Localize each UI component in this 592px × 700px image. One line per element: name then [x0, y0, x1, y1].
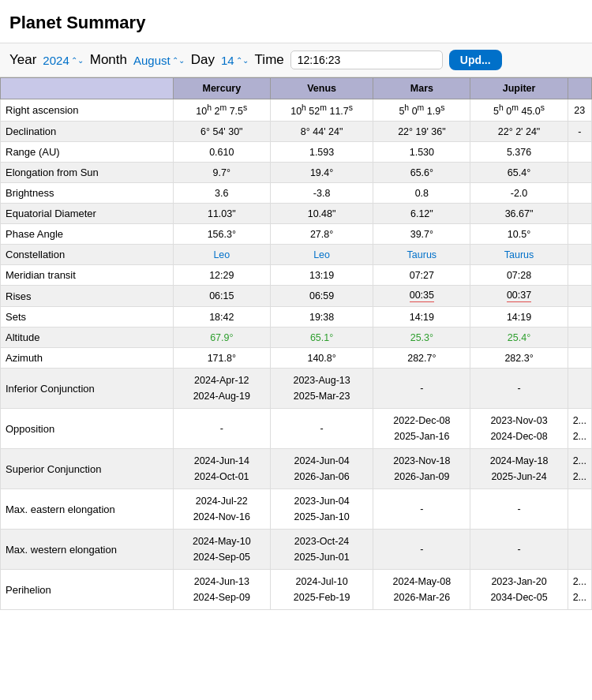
row-label: Meridian transit — [1, 265, 174, 286]
cell-jupiter: 2023-Nov-032024-Dec-08 — [470, 409, 568, 449]
cell-venus: -3.8 — [270, 183, 373, 204]
table-row: Inferior Conjunction 2024-Apr-122024-Aug… — [1, 369, 592, 409]
cell-venus: 13:19 — [270, 265, 373, 286]
month-value: August — [133, 54, 170, 67]
update-button[interactable]: Upd... — [449, 50, 502, 70]
cell-venus: 2023-Aug-132025-Mar-23 — [270, 369, 373, 409]
row-label: Max. western elongation — [1, 530, 174, 570]
cell-jupiter: 10.5° — [470, 224, 568, 245]
cell-mars: 65.6° — [373, 163, 470, 183]
cell-mars: - — [373, 369, 470, 409]
cell-mars: 5h 0m 1.9s — [373, 99, 470, 122]
row-label: Inferior Conjunction — [1, 369, 174, 409]
cell-venus: 19:38 — [270, 307, 373, 328]
cell-mercury: 9.7° — [173, 163, 270, 183]
table-row: Azimuth 171.8° 140.8° 282.7° 282.3° — [1, 348, 592, 369]
cell-mercury: 11.03" — [173, 204, 270, 224]
controls-bar: Year 2024 ⌃⌄ Month August ⌃⌄ Day 14 ⌃⌄ T… — [0, 43, 592, 77]
cell-venus: 10.48" — [270, 204, 373, 224]
cell-venus: 06:59 — [270, 286, 373, 307]
cell-jupiter: 5h 0m 45.0s — [470, 99, 568, 122]
cell-extra — [568, 183, 591, 204]
month-label: Month — [90, 52, 127, 68]
cell-extra — [568, 224, 591, 245]
table-row: Superior Conjunction 2024-Jun-142024-Oct… — [1, 449, 592, 489]
cell-extra — [568, 142, 591, 163]
cell-extra — [568, 286, 591, 307]
cell-extra — [568, 489, 591, 530]
cell-venus: 65.1° — [270, 328, 373, 348]
cell-mars: 39.7° — [373, 224, 470, 245]
cell-mercury: 2024-Apr-122024-Aug-19 — [173, 369, 270, 409]
cell-mercury: 171.8° — [173, 348, 270, 369]
row-label: Declination — [1, 122, 174, 142]
cell-venus: - — [270, 409, 373, 449]
table-row: Altitude 67.9° 65.1° 25.3° 25.4° — [1, 328, 592, 348]
cell-jupiter: - — [470, 369, 568, 409]
day-label: Day — [191, 52, 215, 68]
cell-extra: 2...2... — [568, 449, 591, 489]
cell-mercury: 3.6 — [173, 183, 270, 204]
cell-venus: Leo — [270, 245, 373, 265]
cell-venus: 2023-Jun-042025-Jan-10 — [270, 489, 373, 530]
table-row: Constellation Leo Leo Taurus Taurus — [1, 245, 592, 265]
cell-mercury: 2024-Jul-222024-Nov-16 — [173, 489, 270, 530]
page-title: Planet Summary — [0, 13, 592, 43]
table-row: Meridian transit 12:29 13:19 07:27 07:28 — [1, 265, 592, 286]
cell-extra — [568, 307, 591, 328]
cell-mars: 2023-Nov-182026-Jan-09 — [373, 449, 470, 489]
cell-mars: 00:35 — [373, 286, 470, 307]
table-row: Phase Angle 156.3° 27.8° 39.7° 10.5° — [1, 224, 592, 245]
table-header-row: Mercury Venus Mars Jupiter — [1, 78, 592, 99]
col-header-jupiter: Jupiter — [470, 78, 568, 99]
day-select[interactable]: 14 ⌃⌄ — [221, 54, 249, 67]
row-label: Range (AU) — [1, 142, 174, 163]
month-chevron-icon: ⌃⌄ — [172, 56, 185, 65]
row-label: Elongation from Sun — [1, 163, 174, 183]
cell-jupiter: 14:19 — [470, 307, 568, 328]
table-row: Max. eastern elongation 2024-Jul-222024-… — [1, 489, 592, 530]
cell-venus: 27.8° — [270, 224, 373, 245]
table-row: Rises 06:15 06:59 00:35 00:37 — [1, 286, 592, 307]
year-select[interactable]: 2024 ⌃⌄ — [43, 54, 83, 67]
day-value: 14 — [221, 54, 234, 67]
cell-extra — [568, 265, 591, 286]
row-label: Opposition — [1, 409, 174, 449]
cell-jupiter: -2.0 — [470, 183, 568, 204]
cell-jupiter: 07:28 — [470, 265, 568, 286]
rises-jupiter-underline: 00:37 — [507, 290, 531, 302]
cell-mercury: 0.610 — [173, 142, 270, 163]
cell-extra: 23 — [568, 99, 591, 122]
cell-mercury: 2024-Jun-142024-Oct-01 — [173, 449, 270, 489]
cell-mars: - — [373, 530, 470, 570]
cell-mercury: - — [173, 409, 270, 449]
table-row: Sets 18:42 19:38 14:19 14:19 — [1, 307, 592, 328]
time-input[interactable] — [290, 51, 443, 69]
cell-mercury: 67.9° — [173, 328, 270, 348]
row-label: Azimuth — [1, 348, 174, 369]
table-row: Declination 6° 54' 30" 8° 44' 24" 22° 19… — [1, 122, 592, 142]
cell-jupiter: 25.4° — [470, 328, 568, 348]
cell-extra: - — [568, 122, 591, 142]
cell-jupiter: Taurus — [470, 245, 568, 265]
cell-venus: 140.8° — [270, 348, 373, 369]
month-select[interactable]: August ⌃⌄ — [133, 54, 185, 67]
cell-venus: 8° 44' 24" — [270, 122, 373, 142]
cell-jupiter: - — [470, 530, 568, 570]
cell-extra — [568, 163, 591, 183]
table-row: Opposition - - 2022-Dec-082025-Jan-16 20… — [1, 409, 592, 449]
cell-mars: Taurus — [373, 245, 470, 265]
rises-mars-underline: 00:35 — [410, 290, 434, 302]
time-label: Time — [255, 52, 284, 68]
cell-mercury: 2024-May-102024-Sep-05 — [173, 530, 270, 570]
cell-extra — [568, 328, 591, 348]
cell-jupiter: 2024-May-182025-Jun-24 — [470, 449, 568, 489]
cell-jupiter: 282.3° — [470, 348, 568, 369]
table-row: Perihelion 2024-Jun-132024-Sep-09 2024-J… — [1, 570, 592, 610]
day-chevron-icon: ⌃⌄ — [236, 56, 249, 65]
cell-extra — [568, 245, 591, 265]
col-header-extra — [568, 78, 591, 99]
row-label: Sets — [1, 307, 174, 328]
cell-mercury: 2024-Jun-132024-Sep-09 — [173, 570, 270, 610]
cell-mercury: 12:29 — [173, 265, 270, 286]
